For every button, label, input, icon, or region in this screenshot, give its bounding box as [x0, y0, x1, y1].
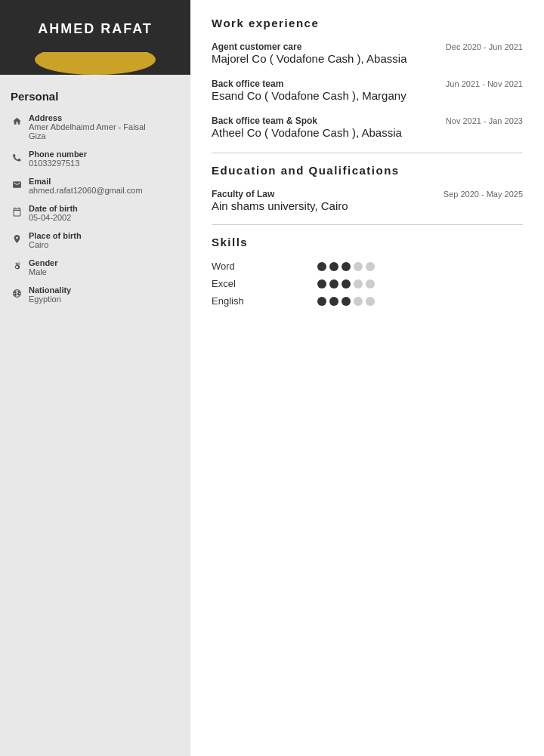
dot: [354, 262, 363, 271]
edu-date-1: Sep 2020 - May 2025: [444, 190, 523, 199]
personal-item-dob: Date of birth 05-04-2002: [11, 204, 180, 222]
email-value: ahmed.rafat12060@gmail.com: [29, 186, 143, 195]
work-item-3: Back office team & Spok Nov 2021 - Jan 2…: [212, 116, 523, 139]
dot: [329, 279, 338, 289]
sidebar: AHMED RAFAT Personal Address Amer Abdelh…: [0, 0, 190, 756]
address-value: Amer Abdelhaimd Amer - FaisalGiza: [29, 122, 146, 140]
skill-row-excel: Excel: [212, 278, 523, 289]
skill-row-word: Word: [212, 261, 523, 272]
personal-item-nationality: Nationality Egyption: [11, 285, 180, 304]
phone-icon: [11, 151, 23, 163]
edu-degree-1: Faculty of Law: [212, 189, 274, 199]
sidebar-header: AHMED RAFAT: [0, 0, 190, 52]
email-icon: [11, 178, 23, 190]
calendar-icon: [11, 205, 23, 218]
job-date-3: Nov 2021 - Jan 2023: [446, 116, 523, 125]
phone-info: Phone number 01033297513: [29, 150, 87, 168]
skill-dots-english: [317, 297, 375, 306]
personal-item-phone: Phone number 01033297513: [11, 150, 180, 168]
dot: [354, 297, 363, 306]
job-company-3: Atheel Co ( Vodafone Cash ), Abassia: [212, 126, 523, 139]
dot: [342, 279, 351, 289]
gender-info: Gender Male: [29, 258, 58, 276]
address-info: Address Amer Abdelhaimd Amer - FaisalGiz…: [29, 113, 146, 140]
education-title: Education and Qualifications: [212, 164, 523, 177]
dot: [354, 279, 363, 289]
job-date-1: Dec 2020 - Jun 2021: [446, 42, 523, 51]
dob-value: 05-04-2002: [29, 213, 78, 222]
dot: [329, 297, 338, 306]
skill-row-english: English: [212, 295, 523, 307]
education-section: Education and Qualifications Faculty of …: [212, 164, 523, 212]
job-company-2: Esand Co ( Vodafone Cash ), Margany: [212, 89, 523, 102]
edu-item-1: Faculty of Law Sep 2020 - May 2025 Ain s…: [212, 189, 523, 212]
nationality-value: Egyption: [29, 295, 71, 304]
nationality-label: Nationality: [29, 285, 71, 295]
email-info: Email ahmed.rafat12060@gmail.com: [29, 177, 143, 195]
gender-value: Male: [29, 267, 58, 276]
gender-label: Gender: [29, 258, 58, 267]
job-title-2: Back office team: [212, 79, 283, 89]
skills-section: Skills Word Excel English: [212, 236, 523, 307]
job-date-2: Jun 2021 - Nov 2021: [446, 79, 523, 88]
dot: [342, 297, 351, 306]
skills-title: Skills: [212, 236, 523, 248]
dob-info: Date of birth 05-04-2002: [29, 204, 78, 222]
pob-value: Cairo: [29, 240, 82, 249]
dob-label: Date of birth: [29, 204, 78, 213]
personal-item-email: Email ahmed.rafat12060@gmail.com: [11, 177, 180, 195]
job-title-1: Agent customer care: [212, 42, 301, 52]
personal-section-title: Personal: [11, 90, 180, 103]
pob-label: Place of birth: [29, 231, 82, 240]
home-icon: [11, 115, 23, 127]
candidate-name: AHMED RAFAT: [8, 21, 183, 37]
work-item-2: Back office team Jun 2021 - Nov 2021 Esa…: [212, 79, 523, 102]
email-label: Email: [29, 177, 143, 186]
work-experience-title: Work experience: [212, 17, 523, 29]
location-icon: [11, 233, 23, 245]
skill-dots-excel: [317, 279, 375, 289]
dot: [366, 297, 375, 306]
dot: [317, 262, 326, 271]
globe-icon: [11, 287, 23, 299]
sidebar-personal-section: Personal Address Amer Abdelhaimd Amer - …: [0, 75, 190, 328]
phone-value: 01033297513: [29, 159, 87, 168]
divider-2: [212, 224, 523, 225]
gender-icon: [11, 260, 23, 272]
dot: [329, 262, 338, 271]
personal-item-address: Address Amer Abdelhaimd Amer - FaisalGiz…: [11, 113, 180, 140]
personal-item-pob: Place of birth Cairo: [11, 231, 180, 249]
dot: [366, 279, 375, 289]
edu-institution-1: Ain shams university, Cairo: [212, 199, 523, 212]
dot: [317, 297, 326, 306]
skill-name-english: English: [212, 295, 317, 307]
divider-1: [212, 153, 523, 153]
pob-info: Place of birth Cairo: [29, 231, 82, 249]
skill-dots-word: [317, 262, 375, 271]
personal-item-gender: Gender Male: [11, 258, 180, 276]
work-experience-section: Work experience Agent customer care Dec …: [212, 17, 523, 139]
dot: [317, 279, 326, 289]
job-title-3: Back office team & Spok: [212, 116, 317, 126]
work-item-1: Agent customer care Dec 2020 - Jun 2021 …: [212, 42, 523, 65]
gold-arc-decoration: [0, 52, 190, 75]
dot: [342, 262, 351, 271]
address-label: Address: [29, 113, 146, 122]
skill-name-excel: Excel: [212, 278, 317, 289]
main-content: Work experience Agent customer care Dec …: [190, 0, 544, 756]
dot: [366, 262, 375, 271]
phone-label: Phone number: [29, 150, 87, 159]
skill-name-word: Word: [212, 261, 317, 272]
nationality-info: Nationality Egyption: [29, 285, 71, 304]
job-company-1: Majorel Co ( Vodafone Cash ), Abassia: [212, 52, 523, 65]
